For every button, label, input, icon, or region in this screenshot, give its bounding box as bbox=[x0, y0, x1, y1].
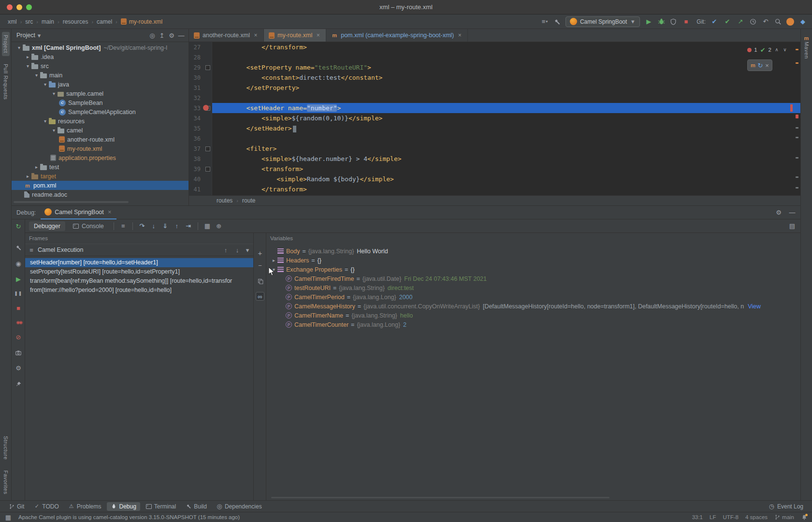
search-icon[interactable] bbox=[774, 18, 782, 26]
mute-breakpoints-icon[interactable] bbox=[14, 333, 23, 341]
tree-row[interactable]: sample.camel bbox=[12, 89, 188, 98]
tab-console[interactable]: Console bbox=[68, 221, 109, 231]
line-number[interactable]: 36 bbox=[189, 135, 201, 142]
line-number[interactable]: 33 bbox=[189, 105, 201, 112]
tool-window-toggle-icon[interactable] bbox=[5, 513, 12, 522]
history-clock-icon[interactable] bbox=[749, 18, 757, 26]
thread-dump-camera-icon[interactable] bbox=[14, 349, 22, 357]
settings-wrench-icon[interactable] bbox=[14, 244, 22, 251]
debug-session-tab[interactable]: Camel SpringBoot bbox=[41, 206, 116, 219]
code-line[interactable]: 28 bbox=[189, 52, 800, 62]
horizontal-scrollbar[interactable] bbox=[271, 497, 609, 498]
pause-icon[interactable] bbox=[14, 289, 23, 298]
maven-reload-popup[interactable] bbox=[747, 59, 772, 71]
breadcrumb-item[interactable]: route bbox=[242, 197, 255, 204]
code-line[interactable]: 27 </transform> bbox=[189, 42, 800, 52]
view-link[interactable]: View bbox=[748, 303, 761, 310]
stripe-tab-pull-requests[interactable]: Pull Requests bbox=[2, 61, 10, 102]
tree-row[interactable]: src bbox=[12, 61, 188, 71]
code-line[interactable]: 38 <simple>${header.number} > 4</simple> bbox=[189, 154, 800, 164]
event-log-button[interactable]: Event Log bbox=[765, 501, 807, 512]
tree-row[interactable]: main bbox=[12, 71, 188, 80]
code-editor[interactable]: 27 </transform> 28 29 <setProperty name=… bbox=[189, 42, 800, 195]
fold-icon[interactable] bbox=[203, 164, 212, 174]
tree-row[interactable]: resources bbox=[12, 116, 188, 126]
restore-layout-icon[interactable] bbox=[788, 222, 797, 231]
toolbar-item-todo[interactable]: TODO bbox=[30, 501, 62, 512]
git-update-icon[interactable] bbox=[710, 17, 719, 26]
close-icon[interactable] bbox=[457, 32, 463, 38]
file-encoding[interactable]: UTF-8 bbox=[723, 514, 739, 520]
code-line[interactable]: 36 bbox=[189, 133, 800, 144]
caret-position[interactable]: 33:1 bbox=[692, 514, 703, 520]
chevron-down-icon[interactable] bbox=[42, 117, 49, 125]
prev-issue-icon[interactable] bbox=[774, 45, 780, 54]
gear-icon[interactable] bbox=[774, 208, 783, 217]
chevron-down-icon[interactable] bbox=[24, 62, 31, 70]
tree-row[interactable]: target bbox=[12, 172, 188, 181]
variable-row[interactable]: CamelMessageHistory={java.util.concurren… bbox=[266, 302, 800, 311]
line-number[interactable]: 32 bbox=[189, 95, 201, 102]
close-window-button[interactable] bbox=[7, 4, 13, 10]
tree-row[interactable]: my-route.xml bbox=[12, 144, 188, 153]
reload-icon[interactable] bbox=[757, 61, 763, 70]
tree-row[interactable]: SampleCamelApplication bbox=[12, 107, 188, 116]
tree-row[interactable]: application.properties bbox=[12, 153, 188, 162]
variable-row[interactable]: CamelTimerPeriod={java.lang.Long}2000 bbox=[266, 292, 800, 302]
add-icon[interactable] bbox=[215, 222, 223, 231]
chevron-down-icon[interactable] bbox=[245, 246, 250, 254]
line-number[interactable]: 34 bbox=[189, 115, 201, 122]
toolbar-item-build[interactable]: Build bbox=[182, 502, 211, 511]
line-number[interactable]: 27 bbox=[189, 44, 201, 51]
line-number[interactable]: 29 bbox=[189, 64, 201, 71]
fold-icon[interactable] bbox=[203, 144, 212, 154]
evaluate-expression-icon[interactable] bbox=[203, 222, 212, 231]
stripe-tab-favorites[interactable]: Favorites bbox=[2, 467, 10, 497]
show-watches-icon[interactable] bbox=[256, 292, 264, 301]
tab-debugger[interactable]: Debugger bbox=[29, 221, 65, 231]
pin-icon[interactable] bbox=[14, 380, 22, 388]
resume-icon[interactable] bbox=[14, 275, 23, 283]
line-number[interactable]: 41 bbox=[189, 186, 201, 193]
code-line[interactable]: 39 <transform> bbox=[189, 164, 800, 174]
crumb[interactable]: main bbox=[42, 18, 54, 25]
minimize-window-button[interactable] bbox=[16, 4, 22, 10]
variable-row[interactable]: CamelTimerFiredTime={java.util.Date}Fri … bbox=[266, 274, 800, 283]
variable-row[interactable]: Body={java.lang.String}Hello World bbox=[266, 246, 800, 256]
view-breakpoints-icon[interactable] bbox=[14, 318, 23, 327]
step-over-icon[interactable] bbox=[138, 222, 146, 231]
debugger-settings-icon[interactable] bbox=[14, 363, 23, 372]
code-line[interactable]: 31 </setProperty> bbox=[189, 83, 800, 93]
crumb[interactable]: xml bbox=[8, 18, 17, 25]
stop-button[interactable] bbox=[682, 17, 690, 26]
tree-row[interactable]: test bbox=[12, 162, 188, 172]
code-line[interactable]: 29 <setProperty name="testRouteURI"> bbox=[189, 62, 800, 72]
editor-tab[interactable]: pom.xml (camel-example-spring-boot-xml) bbox=[326, 29, 468, 42]
code-line[interactable]: 41 </transform> bbox=[189, 184, 800, 194]
line-number[interactable]: 31 bbox=[189, 85, 201, 91]
run-configuration-select[interactable]: Camel SpringBoot bbox=[566, 16, 640, 27]
code-line[interactable]: 35 </setHeader> bbox=[189, 123, 800, 133]
line-number[interactable]: 39 bbox=[189, 166, 201, 173]
step-into-icon[interactable] bbox=[149, 222, 158, 231]
remove-watch-icon[interactable] bbox=[256, 261, 264, 270]
toolbar-item-terminal[interactable]: Terminal bbox=[142, 502, 180, 511]
locate-file-icon[interactable] bbox=[148, 31, 157, 40]
step-out-icon[interactable] bbox=[173, 222, 181, 231]
force-step-into-icon[interactable] bbox=[161, 222, 170, 231]
line-number[interactable]: 35 bbox=[189, 125, 201, 132]
line-separator[interactable]: LF bbox=[710, 514, 716, 520]
indent-setting[interactable]: 4 spaces bbox=[745, 514, 768, 520]
tree-row-selected[interactable]: pom.xml bbox=[12, 181, 188, 190]
layout-menu-icon[interactable] bbox=[119, 222, 128, 231]
line-number[interactable]: 28 bbox=[189, 54, 201, 61]
crumb[interactable]: resources bbox=[63, 18, 88, 25]
fold-icon[interactable] bbox=[203, 62, 212, 72]
code-line[interactable]: 40 <simple>Random ${body}</simple> bbox=[189, 174, 800, 184]
crumb[interactable]: camel bbox=[97, 18, 112, 25]
error-stripe-mark[interactable] bbox=[796, 115, 798, 118]
stripe-tab-maven[interactable]: Maven bbox=[802, 32, 811, 62]
tree-row[interactable]: another-route.xml bbox=[12, 135, 188, 144]
close-icon[interactable] bbox=[315, 32, 321, 38]
line-number[interactable]: 38 bbox=[189, 156, 201, 162]
